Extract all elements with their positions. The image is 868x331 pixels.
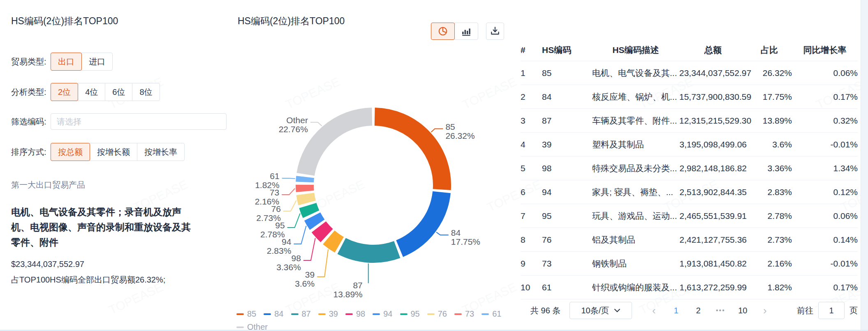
table-cell: 6 xyxy=(521,180,542,204)
legend-label: 61 xyxy=(492,309,501,319)
column-header-1: # xyxy=(521,39,542,61)
donut-slice-95[interactable] xyxy=(308,205,311,214)
table-cell: 0.06% xyxy=(792,61,858,85)
legend-item-87[interactable]: 87 xyxy=(291,309,311,319)
table-cell: 0.12% xyxy=(792,180,858,204)
legend-item-61[interactable]: 61 xyxy=(481,309,501,319)
slice-label: 84 xyxy=(451,228,461,237)
legend-dash xyxy=(400,313,407,315)
pagination-bar: 共 96 条 10条/页 ‹12•••10› 前往 页 xyxy=(530,301,858,320)
watermark: TOPEASE xyxy=(106,280,165,317)
table-cell: 3.36% xyxy=(747,156,792,180)
table-cell: 39 xyxy=(542,133,592,156)
scrollbar-strip[interactable] xyxy=(861,0,868,331)
table-cell: -0.01% xyxy=(792,133,858,156)
analysis-type-6-button[interactable]: 6位 xyxy=(105,83,132,101)
table-cell: 23,344,037,552.97 xyxy=(679,61,747,85)
table-cell: 3.6% xyxy=(747,133,792,156)
donut-slice-98[interactable] xyxy=(319,227,326,235)
page-button-10[interactable]: 10 xyxy=(731,306,754,315)
table-cell: 2.78% xyxy=(747,204,792,228)
legend-dash xyxy=(318,313,326,315)
slice-label: 2.78% xyxy=(260,230,285,239)
table-cell: 2,513,902,844.35 xyxy=(679,180,747,204)
donut-chart: 8713.89%8526.32%8417.75%Other22.76%611.8… xyxy=(177,62,510,308)
page-button-2[interactable]: 2 xyxy=(687,306,709,315)
slice-label: 26.32% xyxy=(445,131,475,140)
bar-view-button[interactable] xyxy=(454,23,478,40)
donut-slice-73[interactable] xyxy=(305,185,305,191)
table-row: 1061针织或钩编的服装及...1,613,272,259.991.82%0.1… xyxy=(521,276,858,299)
slice-label: Other xyxy=(286,115,308,125)
prev-page-button[interactable]: ‹ xyxy=(643,306,665,315)
table-cell: 针织或钩编的服装及... xyxy=(592,276,679,299)
table-cell: 1.34% xyxy=(792,156,858,180)
donut-slice-76[interactable] xyxy=(305,194,307,203)
page-size-select[interactable]: 10条/页 xyxy=(569,302,632,319)
table-cell: 2,421,127,755.36 xyxy=(679,228,747,252)
donut-slice-87[interactable] xyxy=(342,246,397,254)
label-line xyxy=(431,129,443,132)
label-line xyxy=(303,238,315,261)
table-cell: 84 xyxy=(542,85,592,109)
table-row: 876铝及其制品2,421,127,755.362.73%0.14% xyxy=(521,228,858,252)
legend-item-76[interactable]: 76 xyxy=(427,309,447,319)
column-header-5: 占比 xyxy=(747,39,792,61)
page-size-value: 10条/页 xyxy=(581,305,609,316)
table-cell: 13.89% xyxy=(747,109,792,133)
table-cell: 3,195,098,499.06 xyxy=(679,133,747,156)
page-button-1[interactable]: 1 xyxy=(665,306,687,315)
donut-slice-85[interactable] xyxy=(375,117,442,190)
legend-label: 84 xyxy=(274,309,283,319)
top-product-name: 电机、电气设备及其零件；录音机及放声机、电视图像、声音的录制和重放设备及其零件、… xyxy=(11,205,194,250)
sort-by-growth-amount-button[interactable]: 按增长额 xyxy=(90,143,137,161)
table-cell: 3 xyxy=(521,109,542,133)
total-count: 共 96 条 xyxy=(530,305,560,316)
next-page-button[interactable]: › xyxy=(754,306,776,315)
table-cell: 87 xyxy=(542,109,592,133)
donut-slice-84[interactable] xyxy=(400,192,442,248)
sort-mode-row: 排序方式: 按总额 按增长额 按增长率 xyxy=(11,143,185,161)
table-header-row: #HS编码HS编码描述总额占比同比增长率 xyxy=(521,39,858,61)
donut-slice-94[interactable] xyxy=(312,216,317,225)
donut-slice-61[interactable] xyxy=(305,177,305,182)
more-pages-button[interactable]: ••• xyxy=(709,307,731,314)
legend-dash xyxy=(481,313,489,315)
analysis-type-8-button[interactable]: 8位 xyxy=(132,83,160,101)
legend-item-94[interactable]: 94 xyxy=(373,309,392,319)
legend-item-84[interactable]: 84 xyxy=(264,309,283,319)
legend-label: 85 xyxy=(247,309,256,319)
trade-type-export-button[interactable]: 出口 xyxy=(51,53,82,71)
sort-by-total-button[interactable]: 按总额 xyxy=(51,143,90,161)
legend-item-98[interactable]: 98 xyxy=(345,309,365,319)
legend-item-85[interactable]: 85 xyxy=(236,309,256,319)
slice-label: 22.76% xyxy=(279,124,308,134)
chart-view-toggle-group xyxy=(431,23,478,40)
legend-dash xyxy=(236,313,244,315)
legend-item-73[interactable]: 73 xyxy=(454,309,474,319)
table-cell: 12,315,215,529.30 xyxy=(679,109,747,133)
table-cell: 0.32% xyxy=(792,109,858,133)
table-cell: 10 xyxy=(521,276,542,299)
label-line xyxy=(287,214,300,228)
analysis-type-label: 分析类型: xyxy=(11,87,51,98)
legend-item-39[interactable]: 39 xyxy=(318,309,338,319)
table-row: 694家具; 寝具、褥垫、...2,513,902,844.352.83%0.1… xyxy=(521,180,858,204)
table-row: 795玩具、游戏品、运动...2,465,551,539.912.78%0.06… xyxy=(521,204,858,228)
trade-type-import-button[interactable]: 进口 xyxy=(81,53,113,71)
analysis-type-4-button[interactable]: 4位 xyxy=(78,83,105,101)
donut-slice-Other[interactable] xyxy=(306,117,372,174)
goto-page-input[interactable] xyxy=(818,302,845,319)
pie-view-button[interactable] xyxy=(431,23,455,40)
donut-slice-39[interactable] xyxy=(329,237,340,245)
legend-label: 98 xyxy=(356,309,365,319)
legend-item-95[interactable]: 95 xyxy=(400,309,420,319)
analysis-type-2-button[interactable]: 2位 xyxy=(51,83,78,101)
left-panel-title: HS编码(2位)排名TOP100 xyxy=(11,15,118,28)
table-cell: 76 xyxy=(542,228,592,252)
download-button[interactable] xyxy=(486,23,504,40)
table-cell: 2,982,148,186.82 xyxy=(679,156,747,180)
slice-label: 98 xyxy=(292,253,301,263)
legend-dash xyxy=(264,313,271,315)
table-cell: 9 xyxy=(521,252,542,276)
